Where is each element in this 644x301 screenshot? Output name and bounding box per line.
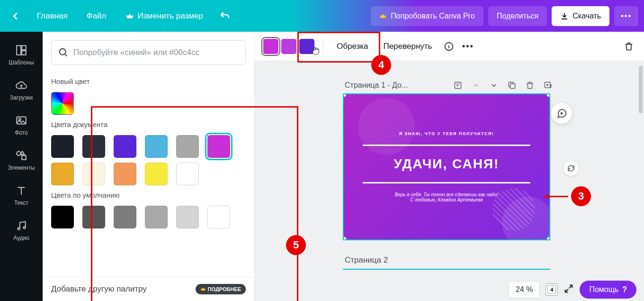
home-button[interactable]: Главная: [29, 7, 75, 26]
crop-button[interactable]: Обрезка: [330, 38, 375, 55]
color-swatch[interactable]: [207, 206, 230, 228]
svg-point-7: [18, 228, 19, 229]
color-swatch[interactable]: [114, 206, 136, 228]
color-swatch[interactable]: [176, 135, 199, 158]
sync-button[interactable]: [564, 161, 579, 176]
templates-icon: [15, 44, 27, 56]
resize-button[interactable]: Изменить размер: [118, 7, 211, 26]
annotation-badge-3: 3: [571, 186, 591, 206]
delete-page-icon[interactable]: [524, 79, 536, 91]
svg-point-9: [60, 49, 66, 55]
move-up-icon[interactable]: [470, 79, 482, 91]
annotation-arrow-3: 3: [544, 186, 591, 206]
page-count-indicator[interactable]: 4: [546, 283, 558, 296]
back-button[interactable]: [6, 6, 26, 26]
element-color-swatches: [261, 37, 316, 56]
page-count-value: 4: [550, 287, 553, 292]
sidebar-label: Элементы: [8, 164, 35, 171]
color-swatch[interactable]: [145, 163, 168, 185]
design-sub1: Верь в себя. Ты точно все сделаешь как н…: [395, 192, 499, 197]
svg-point-8: [23, 227, 25, 228]
color-swatch[interactable]: [145, 135, 168, 158]
zoom-value: 24 %: [516, 285, 533, 294]
zoom-control[interactable]: 24 %: [509, 281, 540, 298]
page-2-title[interactable]: Страница 2: [345, 255, 388, 265]
color-swatch[interactable]: [176, 206, 199, 228]
color-swatch[interactable]: [114, 135, 136, 158]
sync-icon: [567, 164, 575, 173]
svg-rect-12: [510, 84, 515, 89]
chevron-left-icon: [10, 11, 21, 21]
default-colors-title: Цвета по умолчанию: [51, 191, 246, 199]
page-header: Страница 1 - До...: [345, 79, 554, 91]
design-page-1[interactable]: Я ЗНАЮ, ЧТО У ТЕБЯ ПОЛУЧИТСЯ! УДАЧИ, САН…: [343, 93, 550, 240]
svg-rect-6: [22, 155, 26, 160]
canvas-area[interactable]: Страница 1 - До... Я ЗНАЮ, ЧТО У ТЕБЯ ПО…: [255, 61, 644, 301]
sidebar-item-uploads[interactable]: Загрузки: [0, 73, 43, 109]
color-swatch[interactable]: [82, 135, 105, 158]
color-swatch[interactable]: [82, 206, 105, 228]
element-color-2[interactable]: [281, 39, 296, 54]
add-page-icon[interactable]: [542, 79, 554, 91]
header-right: Попробовать Canva Pro Поделиться Скачать…: [371, 6, 638, 26]
sidebar-item-text[interactable]: Текст: [0, 179, 43, 214]
color-swatch[interactable]: [114, 163, 136, 185]
color-picker-swatch[interactable]: [51, 92, 74, 115]
color-swatch[interactable]: [51, 135, 74, 158]
more-button[interactable]: •••: [614, 6, 638, 26]
info-button[interactable]: [440, 38, 457, 55]
flip-button[interactable]: Перевернуть: [377, 38, 439, 55]
undo-button[interactable]: [215, 6, 235, 27]
color-swatch[interactable]: [51, 163, 74, 185]
element-color-3[interactable]: [299, 39, 314, 54]
sidebar-item-photos[interactable]: Фото: [0, 109, 43, 144]
crown-icon: [125, 12, 134, 20]
help-button[interactable]: Помощь ?: [580, 281, 636, 299]
page-2-frame-top: [343, 269, 550, 270]
resize-handle[interactable]: [546, 237, 550, 240]
color-swatch[interactable]: [145, 206, 168, 228]
doc-colors-title: Цвета документа: [51, 120, 246, 128]
add-comment-button[interactable]: [551, 103, 572, 124]
design-content: Я ЗНАЮ, ЧТО У ТЕБЯ ПОЛУЧИТСЯ! УДАЧИ, САН…: [344, 94, 549, 239]
sidebar-label: Шаблоны: [9, 59, 34, 66]
learn-more-button[interactable]: ПОДРОБНЕЕ: [196, 284, 246, 294]
delete-button[interactable]: [620, 38, 637, 55]
color-swatch[interactable]: [51, 206, 74, 228]
duplicate-page-icon[interactable]: [506, 79, 518, 91]
page-title[interactable]: Страница 1 - До...: [345, 81, 446, 90]
color-swatch[interactable]: [82, 163, 105, 185]
sidebar-item-audio[interactable]: Аудио: [0, 214, 43, 249]
download-button[interactable]: Скачать: [552, 6, 609, 26]
add-palette-label: Добавьте другую палитру: [51, 284, 147, 294]
download-label: Скачать: [572, 12, 601, 20]
shapes-icon: [15, 149, 27, 162]
try-pro-button[interactable]: Попробовать Canva Pro: [371, 6, 483, 26]
color-panel: Новый цвет Цвета документа Цвета по умол…: [43, 32, 255, 301]
fullscreen-button[interactable]: [564, 283, 574, 296]
bottom-bar: 24 % 4 Помощь ?: [501, 278, 644, 301]
share-button[interactable]: Поделиться: [488, 6, 547, 26]
color-search-input[interactable]: [73, 48, 239, 57]
dots-icon: •••: [462, 41, 474, 51]
scrollbar[interactable]: [639, 66, 643, 113]
color-swatch[interactable]: [207, 135, 230, 158]
cloud-upload-icon: [15, 79, 27, 91]
learn-more-label: ПОДРОБНЕЕ: [208, 286, 241, 292]
file-button[interactable]: Файл: [79, 7, 114, 26]
design-sub2: С любовью, Клавдия Артемьева: [410, 197, 483, 202]
color-swatch[interactable]: [176, 163, 199, 185]
divider: [323, 39, 323, 54]
element-color-1[interactable]: [263, 39, 278, 54]
element-more-button[interactable]: •••: [459, 38, 476, 55]
notes-icon[interactable]: [452, 79, 464, 91]
color-search[interactable]: [51, 40, 246, 65]
move-down-icon[interactable]: [488, 79, 500, 91]
sidebar: Шаблоны Загрузки Фото Элементы Текст Ауд…: [0, 32, 43, 301]
dots-icon: •••: [621, 12, 632, 20]
annotation-badge-5: 5: [286, 235, 306, 255]
divider-line: [363, 182, 530, 183]
undo-icon: [219, 10, 231, 22]
sidebar-item-templates[interactable]: Шаблоны: [0, 38, 43, 73]
sidebar-item-elements[interactable]: Элементы: [0, 144, 43, 179]
